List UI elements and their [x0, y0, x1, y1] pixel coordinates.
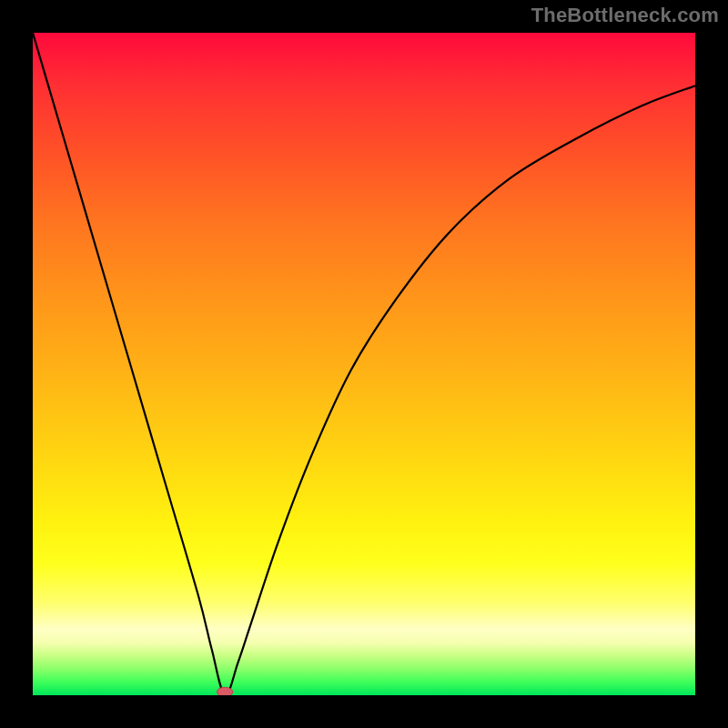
chart-frame: TheBottleneck.com [0, 0, 728, 728]
chart-svg [33, 33, 695, 695]
minimum-marker [217, 687, 232, 695]
watermark-text: TheBottleneck.com [531, 4, 719, 27]
bottleneck-curve [33, 33, 695, 695]
plot-area [33, 33, 695, 695]
